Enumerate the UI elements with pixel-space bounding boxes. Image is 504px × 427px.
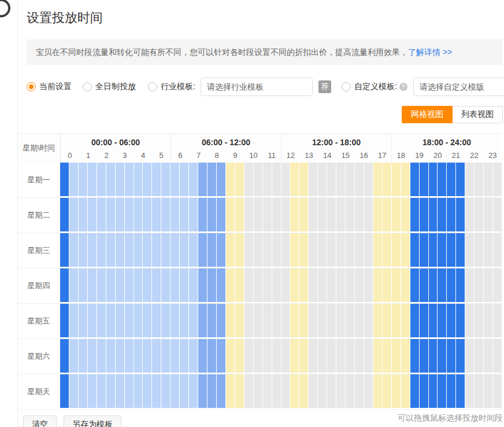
schedule-cell[interactable] — [263, 374, 272, 408]
schedule-cell[interactable] — [336, 304, 345, 337]
schedule-cell[interactable] — [309, 198, 317, 231]
schedule-cell[interactable] — [383, 304, 391, 337]
schedule-cell[interactable] — [254, 268, 262, 302]
schedule-cell[interactable] — [134, 233, 143, 267]
schedule-cell[interactable] — [235, 233, 244, 267]
schedule-cell[interactable] — [254, 233, 262, 267]
schedule-cell[interactable] — [420, 163, 428, 196]
schedule-cell[interactable] — [79, 268, 87, 302]
schedule-cell[interactable] — [281, 339, 290, 373]
schedule-cell[interactable] — [309, 304, 317, 337]
schedule-cell[interactable] — [106, 198, 115, 231]
schedule-cell[interactable] — [401, 163, 410, 196]
schedule-cell[interactable] — [438, 339, 446, 373]
schedule-cell[interactable] — [79, 163, 87, 196]
schedule-cell[interactable] — [373, 339, 382, 373]
schedule-cell[interactable] — [373, 233, 382, 267]
schedule-cell[interactable] — [226, 163, 235, 196]
schedule-cell[interactable] — [180, 268, 188, 302]
schedule-cell[interactable] — [217, 268, 225, 302]
schedule-cell[interactable] — [161, 233, 170, 267]
schedule-cell[interactable] — [235, 268, 244, 302]
schedule-cell[interactable] — [116, 163, 124, 196]
schedule-cell[interactable] — [171, 339, 179, 373]
schedule-cell[interactable] — [88, 233, 97, 267]
schedule-cell[interactable] — [401, 268, 410, 302]
schedule-cell[interactable] — [336, 163, 345, 196]
schedule-cell[interactable] — [392, 233, 401, 267]
schedule-cell[interactable] — [106, 233, 115, 267]
schedule-cell[interactable] — [125, 339, 134, 373]
schedule-cell[interactable] — [336, 374, 345, 408]
schedule-cell[interactable] — [263, 304, 272, 337]
schedule-cell[interactable] — [116, 374, 124, 408]
schedule-cell[interactable] — [355, 374, 364, 408]
schedule-cell[interactable] — [116, 198, 124, 231]
schedule-cell[interactable] — [125, 198, 134, 231]
schedule-cell[interactable] — [97, 198, 106, 231]
schedule-cell[interactable] — [217, 304, 225, 337]
schedule-cell[interactable] — [447, 339, 455, 373]
schedule-cell[interactable] — [79, 233, 87, 267]
schedule-cell[interactable] — [456, 339, 465, 373]
schedule-cell[interactable] — [346, 268, 354, 302]
schedule-cell[interactable] — [410, 198, 419, 231]
radio-unselected-icon[interactable] — [342, 82, 351, 91]
schedule-cell[interactable] — [475, 163, 483, 196]
schedule-cell[interactable] — [420, 268, 428, 302]
schedule-cell[interactable] — [226, 268, 235, 302]
schedule-cell[interactable] — [161, 304, 170, 337]
schedule-cell[interactable] — [346, 374, 354, 408]
schedule-cell[interactable] — [60, 198, 69, 231]
schedule-cell[interactable] — [465, 233, 474, 267]
schedule-cell[interactable] — [88, 163, 97, 196]
schedule-cell[interactable] — [318, 268, 327, 302]
schedule-cell[interactable] — [299, 374, 308, 408]
schedule-cell[interactable] — [207, 163, 216, 196]
schedule-cell[interactable] — [198, 339, 207, 373]
schedule-cell[interactable] — [410, 339, 419, 373]
schedule-cell[interactable] — [401, 339, 410, 373]
schedule-cell[interactable] — [226, 198, 235, 231]
schedule-cell[interactable] — [383, 339, 391, 373]
schedule-cell[interactable] — [143, 304, 151, 337]
schedule-cell[interactable] — [97, 339, 106, 373]
schedule-cell[interactable] — [456, 268, 465, 302]
schedule-cell[interactable] — [69, 198, 78, 231]
schedule-cell[interactable] — [493, 339, 502, 373]
schedule-cell[interactable] — [383, 374, 391, 408]
schedule-cell[interactable] — [364, 233, 373, 267]
schedule-cell[interactable] — [456, 304, 465, 337]
schedule-cell[interactable] — [161, 268, 170, 302]
schedule-cell[interactable] — [438, 163, 446, 196]
schedule-cell[interactable] — [392, 339, 401, 373]
schedule-cell[interactable] — [272, 339, 281, 373]
schedule-cell[interactable] — [97, 233, 106, 267]
schedule-cell[interactable] — [272, 198, 281, 231]
schedule-cell[interactable] — [152, 198, 161, 231]
schedule-cell[interactable] — [383, 268, 391, 302]
schedule-cell[interactable] — [410, 304, 419, 337]
schedule-cell[interactable] — [152, 339, 161, 373]
schedule-cell[interactable] — [180, 198, 188, 231]
schedule-cell[interactable] — [299, 268, 308, 302]
schedule-cell[interactable] — [125, 163, 134, 196]
schedule-cell[interactable] — [97, 268, 106, 302]
schedule-cell[interactable] — [438, 233, 446, 267]
schedule-cell[interactable] — [97, 304, 106, 337]
schedule-cell[interactable] — [263, 339, 272, 373]
schedule-cell[interactable] — [373, 268, 382, 302]
schedule-cell[interactable] — [69, 233, 78, 267]
schedule-cell[interactable] — [484, 374, 492, 408]
schedule-cell[interactable] — [180, 163, 188, 196]
schedule-cell[interactable] — [116, 233, 124, 267]
schedule-cell[interactable] — [465, 339, 474, 373]
schedule-cell[interactable] — [60, 163, 69, 196]
schedule-cell[interactable] — [447, 163, 455, 196]
schedule-cell[interactable] — [410, 374, 419, 408]
schedule-cell[interactable] — [355, 339, 364, 373]
schedule-cell[interactable] — [152, 268, 161, 302]
schedule-cell[interactable] — [180, 304, 188, 337]
schedule-cell[interactable] — [493, 163, 502, 196]
schedule-cell[interactable] — [373, 304, 382, 337]
